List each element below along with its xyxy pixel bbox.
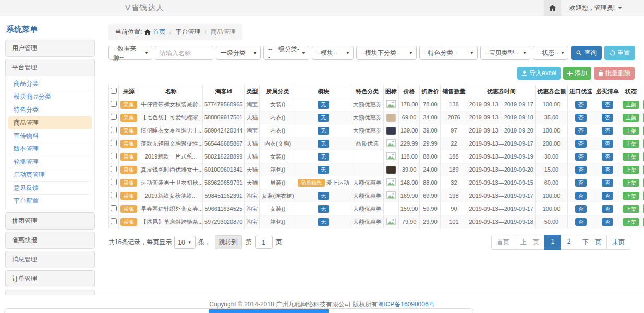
cell-type: 淘宝: [245, 124, 260, 137]
level1-category-select[interactable]: 一级分类▼: [216, 46, 261, 60]
page-size-select[interactable]: 10▼: [174, 236, 195, 249]
select-all-checkbox[interactable]: [111, 88, 117, 94]
import-select-badge[interactable]: 否: [575, 101, 587, 109]
sidebar-item[interactable]: 平台配置: [8, 195, 92, 207]
row-checkbox[interactable]: [111, 101, 117, 107]
table-row: 采集【七色纺】可爱纯棉家...588869917501天猫内衣()无大额优惠券6…: [109, 111, 644, 124]
feature-category-select[interactable]: --特色分类--▼: [419, 46, 478, 60]
import-excel-button[interactable]: 导入excel: [517, 67, 561, 80]
import-select-badge[interactable]: 否: [575, 218, 587, 226]
status-badge[interactable]: 上架: [623, 205, 639, 213]
status-select[interactable]: --状态--▼: [533, 46, 568, 60]
sidebar-item[interactable]: 宣传物料: [8, 129, 92, 142]
cell-module: 无: [296, 189, 351, 202]
name-search-input[interactable]: [155, 46, 213, 60]
must-buy-badge[interactable]: 否: [602, 114, 613, 122]
cell-name: 2019新款一片式系...: [139, 150, 203, 163]
cell-coupon-amount: 35.00: [535, 111, 567, 124]
sidebar-item[interactable]: 轮播管理: [8, 155, 92, 168]
row-checkbox[interactable]: [111, 192, 117, 198]
must-buy-badge[interactable]: 否: [602, 140, 613, 148]
row-checkbox[interactable]: [111, 140, 117, 146]
import-select-badge[interactable]: 否: [575, 179, 587, 187]
row-checkbox[interactable]: [111, 127, 117, 133]
status-badge[interactable]: 上架: [623, 179, 639, 187]
status-badge[interactable]: 上架: [623, 192, 639, 200]
import-select-badge[interactable]: 否: [575, 205, 587, 213]
cell-import-select: 否: [567, 98, 594, 111]
must-buy-badge[interactable]: 否: [602, 205, 613, 213]
item-type-select[interactable]: --宝贝类型--▼: [480, 46, 530, 60]
status-badge[interactable]: 上架: [623, 140, 639, 148]
user-menu[interactable]: 欢迎您，管理员!: [561, 0, 644, 16]
status-badge[interactable]: 上架: [623, 127, 639, 135]
import-select-badge[interactable]: 否: [575, 127, 587, 135]
must-buy-badge[interactable]: 否: [602, 127, 613, 135]
sidebar-item[interactable]: 模块商品分类: [8, 90, 92, 103]
sidebar-section[interactable]: 省惠快报: [5, 232, 95, 249]
import-select-badge[interactable]: 否: [575, 140, 587, 148]
pagination-button[interactable]: 2: [561, 235, 577, 250]
sidebar-item[interactable]: 商品管理: [8, 116, 92, 129]
must-buy-badge[interactable]: 否: [602, 218, 613, 226]
breadcrumb-home-link[interactable]: 首页: [153, 28, 165, 37]
sidebar-item[interactable]: 启动页管理: [8, 168, 92, 182]
import-select-badge[interactable]: 否: [575, 114, 587, 122]
must-buy-badge[interactable]: 否: [602, 101, 613, 109]
cell-module: 无: [296, 202, 351, 215]
row-checkbox[interactable]: [111, 205, 117, 211]
module-badge: 无: [318, 166, 329, 174]
records-summary-unit: 条，: [198, 238, 211, 247]
status-badge[interactable]: 上架: [623, 218, 639, 226]
home-button[interactable]: [544, 0, 561, 16]
icp-link[interactable]: 粤ICP备16098006号: [378, 300, 434, 309]
import-select-badge[interactable]: 否: [575, 153, 587, 161]
column-header: 优惠券时间: [467, 85, 536, 98]
reset-button[interactable]: 重置: [604, 46, 635, 60]
must-buy-badge[interactable]: 否: [602, 192, 613, 200]
must-buy-badge[interactable]: 否: [602, 179, 613, 187]
cell-coupon-time: 2019-09-13—2019-09-17: [467, 137, 536, 150]
pagination-button[interactable]: 末页: [606, 235, 630, 250]
sidebar-item[interactable]: 意见反馈: [8, 182, 92, 195]
row-checkbox[interactable]: [111, 153, 117, 159]
sidebar-section[interactable]: 消息管理: [5, 251, 95, 268]
sidebar-section[interactable]: 拼团管理: [5, 212, 95, 230]
jump-suffix: 页: [276, 238, 282, 247]
sidebar-section[interactable]: 平台管理: [5, 59, 95, 76]
pagination-button[interactable]: 上一页: [515, 235, 545, 250]
must-buy-badge[interactable]: 否: [602, 166, 613, 174]
sidebar-section[interactable]: 订单管理: [5, 270, 95, 287]
module-badge: 无: [318, 218, 329, 226]
add-button[interactable]: 添加: [563, 67, 591, 80]
sidebar-item[interactable]: 特色分类: [8, 103, 92, 116]
pagination-button[interactable]: 首页: [491, 235, 515, 250]
sidebar-item[interactable]: 商品分类: [8, 77, 92, 90]
row-checkbox[interactable]: [111, 114, 117, 120]
source-select[interactable]: --数据来源--▼: [108, 46, 152, 60]
bulk-delete-button[interactable]: 批量删除: [594, 67, 635, 80]
must-buy-badge[interactable]: 否: [602, 153, 613, 161]
status-badge[interactable]: 上架: [623, 114, 639, 122]
pagination-button[interactable]: 1: [544, 235, 561, 250]
module-sub-category-select[interactable]: --模块下分类--▼: [356, 46, 417, 60]
cell-module: 无: [296, 150, 351, 163]
page-number-input[interactable]: [255, 236, 273, 249]
level2-category-select[interactable]: --二级分类--▼: [263, 46, 309, 60]
import-select-badge[interactable]: 否: [575, 192, 587, 200]
status-badge[interactable]: 上架: [623, 166, 639, 174]
module-select[interactable]: --模块--▼: [312, 46, 354, 60]
sidebar-section[interactable]: 用户管理: [5, 40, 95, 57]
row-checkbox[interactable]: [111, 179, 117, 185]
module-badge: 无: [318, 101, 329, 109]
row-checkbox[interactable]: [111, 166, 117, 172]
sidebar-item[interactable]: 版本管理: [8, 142, 92, 155]
broken-image-icon: [386, 191, 396, 199]
status-badge[interactable]: 上架: [623, 153, 639, 161]
import-select-badge[interactable]: 否: [575, 166, 587, 174]
pagination-button[interactable]: 下一页: [577, 235, 607, 250]
row-checkbox[interactable]: [111, 218, 117, 224]
jump-to-button[interactable]: 跳转到: [215, 235, 242, 249]
query-button[interactable]: 查询: [571, 46, 602, 60]
status-badge[interactable]: 上架: [623, 101, 639, 109]
